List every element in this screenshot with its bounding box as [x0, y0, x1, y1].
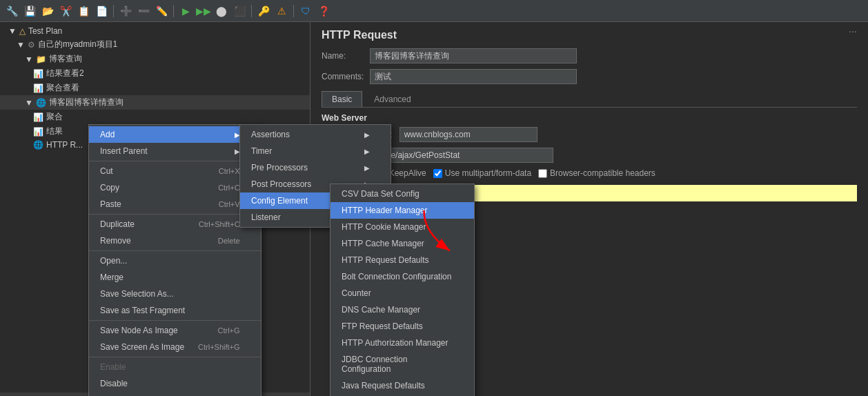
path-row: Path: — [322, 148, 857, 163]
menu-item-toggle[interactable]: Toggle Ctrl+T — [89, 392, 261, 396]
comments-label: Comments: — [322, 72, 370, 81]
comments-input[interactable] — [370, 69, 577, 84]
config-submenu: CSV Data Set Config HTTP Header Manager … — [330, 184, 475, 396]
shortcut-label: Ctrl+V — [219, 200, 240, 208]
toolbar-key-icon[interactable]: 🔑 — [256, 3, 271, 19]
toolbar-icon-5[interactable]: 📋 — [76, 3, 91, 19]
multipart-checkbox-label: Use multipart/form-data — [433, 168, 531, 178]
toolbar-icon-6[interactable]: 📄 — [94, 3, 109, 19]
menu-item-save-node-image[interactable]: Save Node As Image Ctrl+G — [89, 322, 261, 339]
toolbar-help-icon[interactable]: ❓ — [316, 3, 331, 19]
arrow-icon: ▶ — [364, 131, 370, 139]
web-server-title: Web Server — [322, 113, 857, 123]
submenu-item-label: Config Element — [251, 196, 308, 206]
menu-item-label: Duplicate — [100, 219, 135, 229]
tab-basic[interactable]: Basic — [322, 91, 362, 107]
arrow-icon: ▶ — [364, 164, 370, 172]
toolbar-warning-icon[interactable]: ⚠ — [274, 3, 289, 19]
menu-item-remove[interactable]: Remove Delete — [89, 232, 261, 249]
menu-sep — [89, 357, 261, 357]
config-item-http-cookie[interactable]: HTTP Cookie Manager — [331, 219, 474, 235]
menu-item-label: Save Node As Image — [100, 326, 178, 335]
config-item-ftp[interactable]: FTP Request Defaults — [331, 318, 474, 335]
menu-item-cut[interactable]: Cut Ctrl+X — [89, 163, 261, 179]
config-item-label: HTTP Cookie Manager — [342, 222, 426, 232]
multipart-checkbox[interactable] — [433, 169, 442, 178]
menu-item-merge[interactable]: Merge — [89, 269, 261, 286]
toolbar-icon-3[interactable]: 📂 — [40, 3, 55, 19]
submenu-item-label: Timer — [251, 146, 272, 156]
toolbar-icon-4[interactable]: ✂️ — [58, 3, 73, 19]
menu-item-label: Open... — [100, 256, 127, 266]
config-item-csv[interactable]: CSV Data Set Config — [331, 186, 474, 202]
web-server-section: Web Server Server Name or IP: — [322, 113, 857, 142]
menu-sep — [89, 214, 261, 215]
shortcut-label: Ctrl+G — [218, 326, 240, 335]
menu-item-label: Merge — [100, 273, 124, 282]
submenu-item-timer[interactable]: Timer ▶ — [240, 143, 391, 159]
server-row: Server Name or IP: — [322, 127, 857, 142]
menu-item-label: Save Screen As Image — [100, 342, 184, 352]
menu-item-open[interactable]: Open... — [89, 253, 261, 269]
shortcut-label: Ctrl+X — [219, 167, 240, 175]
submenu-item-label: Pre Processors — [251, 163, 308, 172]
menu-item-disable[interactable]: Disable — [89, 375, 261, 392]
submenu-item-assertions[interactable]: Assertions ▶ — [240, 126, 391, 143]
config-item-label: HTTP Cache Manager — [342, 239, 424, 248]
left-panel: ▼ △ Test Plan ▼ ⚙ 自己的myadmin项目1 ▼ 📁 博客查询… — [0, 22, 310, 396]
menu-item-label: Save as Test Fragment — [100, 306, 185, 315]
menu-item-paste[interactable]: Paste Ctrl+V — [89, 196, 261, 212]
toolbar-add-icon[interactable]: ➕ — [118, 3, 133, 19]
tab-advanced[interactable]: Advanced — [364, 91, 421, 107]
config-item-label: HTTP Request Defaults — [342, 255, 429, 265]
config-item-label: CSV Data Set Config — [342, 189, 420, 199]
main-layout: ▼ △ Test Plan ▼ ⚙ 自己的myadmin项目1 ▼ 📁 博客查询… — [0, 22, 868, 396]
menu-sep — [89, 320, 261, 321]
config-item-java[interactable]: Java Request Defaults — [331, 377, 474, 394]
submenu-item-label: Post Processors — [251, 179, 311, 189]
toolbar-circle-icon[interactable]: ⬤ — [214, 3, 229, 19]
config-item-http-request-defaults[interactable]: HTTP Request Defaults — [331, 252, 474, 268]
menu-sep — [89, 161, 261, 161]
submenu-item-pre-processors[interactable]: Pre Processors ▶ — [240, 159, 391, 176]
config-item-counter[interactable]: Counter — [331, 285, 474, 301]
menu-item-label: Save Selection As... — [100, 289, 174, 299]
toolbar-shield-icon[interactable]: 🛡 — [298, 3, 313, 19]
config-item-label: HTTP Authorization Manager — [342, 338, 448, 348]
menu-item-add[interactable]: Add ▶ — [89, 126, 261, 143]
config-item-jdbc[interactable]: JDBC Connection Configuration — [331, 351, 474, 377]
toolbar-sep-3 — [251, 5, 252, 17]
toolbar-sep-1 — [113, 5, 114, 17]
menu-item-insert-parent[interactable]: Insert Parent ▶ — [89, 143, 261, 159]
comments-row: Comments: — [322, 69, 857, 84]
server-name-input[interactable] — [400, 127, 537, 142]
menu-item-copy[interactable]: Copy Ctrl+C — [89, 179, 261, 196]
config-item-label: HTTP Header Manager — [342, 206, 428, 215]
config-item-dns[interactable]: DNS Cache Manager — [331, 301, 474, 318]
toolbar-icon-1[interactable]: 🔧 — [4, 3, 19, 19]
toolbar-stop-icon[interactable]: ⬛ — [232, 3, 247, 19]
browser-checkbox[interactable] — [538, 169, 547, 178]
main-context-menu: Add ▶ Insert Parent ▶ Cut Ctrl+X Copy Ct… — [88, 124, 262, 396]
menu-item-save-selection[interactable]: Save Selection As... — [89, 286, 261, 302]
menu-item-label: Cut — [100, 166, 113, 176]
toolbar-run-all-icon[interactable]: ▶▶ — [196, 3, 211, 19]
shortcut-label: Ctrl+Shift+C — [199, 220, 240, 228]
more-options-button[interactable]: ... — [849, 23, 857, 34]
submenu-item-label: Assertions — [251, 130, 290, 139]
config-item-http-auth[interactable]: HTTP Authorization Manager — [331, 335, 474, 351]
browser-checkbox-label: Browser-compatible headers — [538, 168, 655, 178]
browser-label: Browser-compatible headers — [550, 168, 655, 178]
config-item-http-header[interactable]: HTTP Header Manager — [331, 202, 474, 219]
config-item-bolt[interactable]: Bolt Connection Configuration — [331, 268, 474, 285]
menu-item-save-screen-image[interactable]: Save Screen As Image Ctrl+Shift+G — [89, 339, 261, 355]
toolbar-icon-2[interactable]: 💾 — [22, 3, 37, 19]
toolbar-sep-4 — [293, 5, 294, 17]
menu-item-save-fragment[interactable]: Save as Test Fragment — [89, 302, 261, 319]
config-item-http-cache[interactable]: HTTP Cache Manager — [331, 235, 474, 252]
name-input[interactable] — [370, 48, 577, 63]
toolbar-remove-icon[interactable]: ➖ — [136, 3, 151, 19]
toolbar-run-icon[interactable]: ▶ — [178, 3, 193, 19]
menu-item-duplicate[interactable]: Duplicate Ctrl+Shift+C — [89, 216, 261, 232]
toolbar-edit-icon[interactable]: ✏️ — [154, 3, 169, 19]
